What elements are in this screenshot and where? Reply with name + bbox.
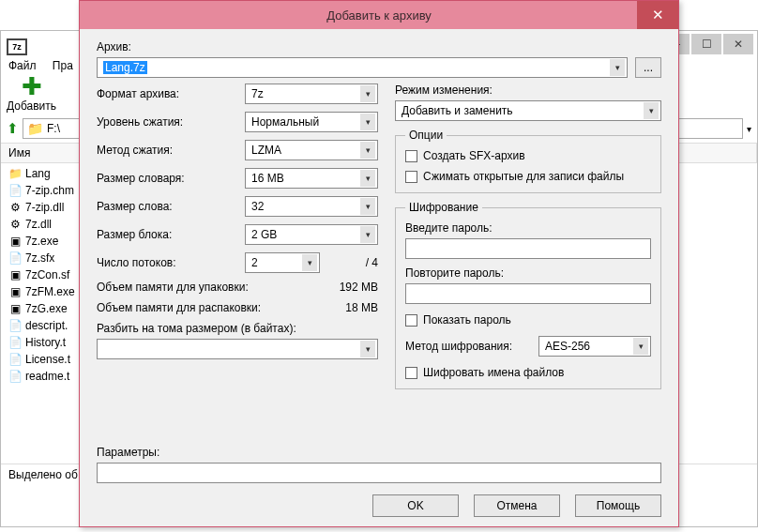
maximize-button[interactable]: ☐: [691, 34, 721, 54]
block-select[interactable]: 2 GB ▾: [245, 224, 378, 245]
opt-openfiles-check[interactable]: Сжимать открытые для записи файлы: [405, 170, 651, 183]
chevron-down-icon: ▾: [360, 114, 375, 130]
file-name: 7-zip.chm: [25, 184, 74, 197]
archive-label: Архив:: [97, 40, 661, 53]
file-name: descript.: [25, 319, 68, 332]
block-label: Размер блока:: [97, 228, 237, 241]
params-input[interactable]: [97, 463, 661, 483]
password2-input[interactable]: [405, 283, 651, 304]
chevron-down-icon: ▾: [644, 102, 659, 119]
address-text: F:\: [47, 122, 60, 135]
encmethod-label: Метод шифрования:: [405, 340, 529, 353]
folder-icon: 📁: [27, 121, 43, 136]
cancel-button[interactable]: Отмена: [474, 494, 560, 517]
file-name: 7z.exe: [25, 235, 58, 248]
ok-button[interactable]: OK: [372, 494, 459, 517]
encnames-label: Шифровать имена файлов: [423, 366, 564, 379]
chevron-down-icon: ▾: [360, 142, 375, 159]
opt-openfiles-label: Сжимать открытые для записи файлы: [423, 170, 624, 183]
close-main-button[interactable]: ✕: [723, 34, 753, 54]
file-name: History.t: [25, 336, 66, 349]
memunpack-value: 18 MB: [345, 301, 378, 314]
split-label: Разбить на тома размером (в байтах):: [97, 322, 378, 335]
password-input[interactable]: [405, 238, 651, 259]
level-label: Уровень сжатия:: [97, 115, 237, 129]
options-group: Опции Создать SFX-архив Сжимать открытые…: [395, 129, 661, 193]
file-icon: 📄: [8, 353, 22, 366]
app-logo: 7z: [7, 38, 27, 55]
password2-label: Повторите пароль:: [405, 266, 651, 280]
chevron-down-icon: ▾: [360, 170, 375, 187]
method-select[interactable]: LZMA ▾: [245, 140, 378, 160]
dialog-titlebar: Добавить к архиву ✕: [80, 1, 678, 29]
encryption-legend: Шифрование: [405, 201, 482, 214]
file-icon: ⚙: [8, 201, 22, 214]
menu-file[interactable]: Файл: [8, 59, 37, 72]
plus-icon: ✚: [21, 76, 43, 99]
update-mode-label: Режим изменения:: [395, 84, 661, 97]
mempack-label: Объем памяти для упаковки:: [97, 281, 249, 294]
encmethod-select[interactable]: AES-256 ▾: [538, 336, 651, 357]
method-label: Метод сжатия:: [97, 144, 237, 157]
format-label: Формат архива:: [97, 87, 237, 100]
opt-sfx-label: Создать SFX-архив: [423, 149, 525, 162]
file-icon: ▣: [8, 285, 22, 298]
file-name: readme.t: [25, 370, 69, 383]
chevron-down-icon: ▾: [360, 85, 375, 102]
split-combo[interactable]: ▾: [97, 339, 378, 359]
file-icon: ⚙: [8, 218, 22, 231]
format-select[interactable]: 7z ▾: [245, 84, 378, 104]
browse-label: ...: [644, 61, 653, 74]
archive-name-combo[interactable]: Lang.7z ▾: [97, 57, 628, 78]
checkbox-icon: [405, 314, 417, 327]
showpw-check[interactable]: Показать пароль: [405, 313, 651, 327]
threads-select[interactable]: 2 ▾: [245, 252, 320, 273]
encryption-group: Шифрование Введите пароль: Повторите пар…: [395, 201, 661, 389]
browse-button[interactable]: ...: [635, 57, 661, 78]
chevron-down-icon: ▾: [610, 59, 625, 76]
encnames-check[interactable]: Шифровать имена файлов: [405, 366, 651, 379]
chevron-down-icon: ▾: [360, 226, 375, 243]
password-label: Введите пароль:: [405, 221, 651, 235]
file-icon: ▣: [8, 302, 22, 315]
close-icon: ✕: [652, 7, 664, 23]
file-name: 7z.sfx: [25, 251, 54, 265]
file-icon: 📄: [8, 251, 22, 265]
file-icon: ▣: [8, 268, 22, 281]
file-icon: 📄: [8, 370, 22, 383]
file-name: 7z.dll: [25, 218, 52, 231]
toolbar-add-button[interactable]: ✚ Добавить: [7, 76, 56, 113]
threads-label: Число потоков:: [97, 256, 237, 269]
file-icon: 📄: [8, 184, 22, 197]
chevron-down-icon: ▾: [302, 254, 317, 271]
word-label: Размер слова:: [97, 200, 237, 213]
dict-label: Размер словаря:: [97, 172, 237, 185]
archive-name-value: Lang.7z: [103, 61, 147, 74]
file-icon: 📁: [8, 167, 22, 180]
dialog-close-button[interactable]: ✕: [637, 1, 678, 29]
file-icon: ▣: [8, 235, 22, 248]
file-icon: 📄: [8, 319, 22, 332]
checkbox-icon: [405, 171, 417, 183]
dict-select[interactable]: 16 MB ▾: [245, 168, 378, 189]
file-name: Lang: [25, 167, 51, 180]
file-name: 7zG.exe: [25, 302, 68, 315]
params-label: Параметры:: [97, 446, 661, 459]
threads-total: / 4: [327, 256, 378, 269]
chevron-down-icon: ▾: [360, 198, 375, 215]
chevron-down-icon: ▾: [633, 338, 648, 355]
update-mode-select[interactable]: Добавить и заменить ▾: [395, 100, 661, 121]
menu-pra[interactable]: Пра: [53, 59, 73, 72]
level-select[interactable]: Нормальный ▾: [245, 112, 378, 132]
up-arrow-icon[interactable]: ⬆: [7, 120, 19, 137]
file-name: License.t: [25, 353, 70, 366]
add-to-archive-dialog: Добавить к архиву ✕ Архив: Lang.7z ▾ ...…: [79, 0, 679, 527]
checkbox-icon: [405, 367, 417, 379]
mempack-value: 192 MB: [340, 281, 378, 294]
memunpack-label: Объем памяти для распаковки:: [97, 301, 261, 314]
help-button[interactable]: Помощь: [575, 494, 661, 517]
file-name: 7-zip.dll: [25, 201, 64, 214]
word-select[interactable]: 32 ▾: [245, 196, 378, 217]
opt-sfx-check[interactable]: Создать SFX-архив: [405, 149, 651, 162]
chevron-down-icon[interactable]: ▾: [747, 124, 751, 134]
